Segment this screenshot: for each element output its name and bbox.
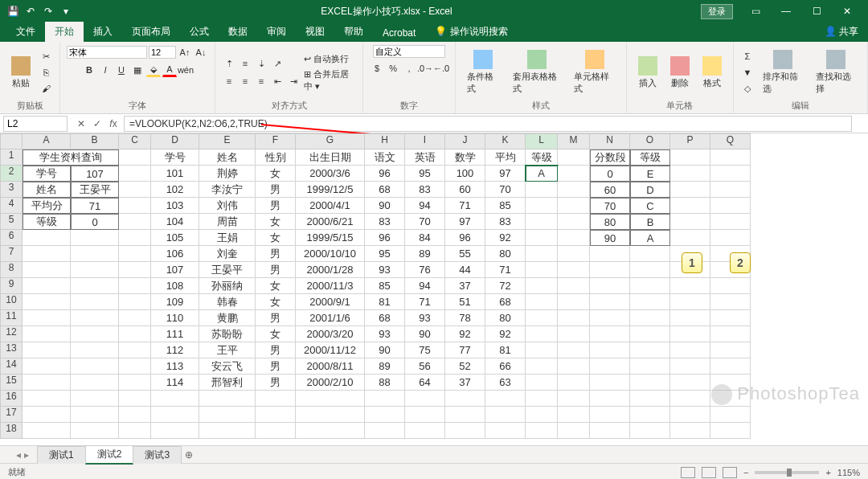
cell-N10[interactable]: [590, 294, 630, 310]
cell-D9[interactable]: 108: [151, 278, 199, 294]
cell-J2[interactable]: 100: [445, 166, 485, 182]
cell-P4[interactable]: [670, 198, 710, 214]
cell-H9[interactable]: 85: [365, 278, 405, 294]
fill-color-button[interactable]: ⬙: [146, 63, 161, 77]
cell-B9[interactable]: [71, 278, 119, 294]
cell-M5[interactable]: [558, 214, 590, 230]
cell-O13[interactable]: [630, 342, 670, 358]
cell-M18[interactable]: [558, 423, 590, 439]
decrease-font-icon[interactable]: A↓: [194, 45, 208, 59]
cell-L16[interactable]: [526, 391, 558, 407]
cell-C4[interactable]: [119, 198, 151, 214]
cell-K8[interactable]: 71: [485, 262, 526, 278]
cell-E12[interactable]: 苏盼盼: [199, 326, 256, 342]
cell-I17[interactable]: [405, 407, 445, 423]
font-name-input[interactable]: [67, 46, 147, 59]
cell-J9[interactable]: 37: [445, 278, 485, 294]
cell-G16[interactable]: [296, 391, 365, 407]
cell-B4[interactable]: 71: [71, 198, 119, 214]
phonetic-button[interactable]: wén: [178, 63, 193, 77]
cell-A6[interactable]: [23, 230, 71, 246]
cell-N13[interactable]: [590, 342, 630, 358]
cell-I13[interactable]: 75: [405, 342, 445, 358]
minimize-icon[interactable]: —: [772, 3, 800, 19]
cell-N18[interactable]: [590, 423, 630, 439]
cell-P13[interactable]: [670, 342, 710, 358]
cell-A7[interactable]: [23, 246, 71, 262]
cell-B18[interactable]: [71, 423, 119, 439]
cell-G17[interactable]: [296, 407, 365, 423]
cell-B11[interactable]: [71, 310, 119, 326]
row-header-1[interactable]: 1: [0, 149, 23, 166]
sheet-area[interactable]: ABCDEFGHIJKLMNOPQ1学生资料查询学号姓名性别出生日期语文英语数学…: [0, 133, 868, 445]
col-header-J[interactable]: J: [445, 133, 485, 149]
cell-Q14[interactable]: [710, 358, 751, 375]
cell-P16[interactable]: [670, 391, 710, 407]
cell-O11[interactable]: [630, 310, 670, 326]
cell-M12[interactable]: [558, 326, 590, 342]
cell-J15[interactable]: 37: [445, 375, 485, 391]
cell-E16[interactable]: [199, 391, 256, 407]
merge-center-button[interactable]: ⊞ 合并后居中 ▾: [304, 68, 356, 92]
cell-D12[interactable]: 111: [151, 326, 199, 342]
cell-C15[interactable]: [119, 375, 151, 391]
cell-F3[interactable]: 男: [256, 182, 296, 198]
cell-L3[interactable]: [526, 182, 558, 198]
cell-P11[interactable]: [670, 310, 710, 326]
cell-C3[interactable]: [119, 182, 151, 198]
cell-B16[interactable]: [71, 391, 119, 407]
cell-P15[interactable]: [670, 375, 710, 391]
cell-O14[interactable]: [630, 358, 670, 375]
login-button[interactable]: 登录: [701, 4, 733, 19]
cell-M8[interactable]: [558, 262, 590, 278]
cell-C9[interactable]: [119, 278, 151, 294]
cell-F7[interactable]: 男: [256, 246, 296, 262]
cell-H12[interactable]: 93: [365, 326, 405, 342]
orientation-icon[interactable]: ↗: [270, 56, 285, 71]
cell-L13[interactable]: [526, 342, 558, 358]
cell-C6[interactable]: [119, 230, 151, 246]
cell-C16[interactable]: [119, 391, 151, 407]
cell-I18[interactable]: [405, 423, 445, 439]
cell-B3[interactable]: 王晏平: [71, 182, 119, 198]
cell-G7[interactable]: 2000/10/10: [296, 246, 365, 262]
cell-K1[interactable]: 平均: [485, 149, 526, 166]
cell-L6[interactable]: [526, 230, 558, 246]
zoom-slider[interactable]: [755, 471, 819, 474]
row-header-15[interactable]: 15: [0, 375, 23, 391]
enter-formula-icon[interactable]: ✓: [90, 117, 104, 131]
format-cells-button[interactable]: 格式: [698, 55, 727, 91]
cell-K12[interactable]: 92: [485, 326, 526, 342]
cell-C18[interactable]: [119, 423, 151, 439]
cell-E18[interactable]: [199, 423, 256, 439]
cell-A9[interactable]: [23, 278, 71, 294]
cell-D11[interactable]: 110: [151, 310, 199, 326]
cell-H16[interactable]: [365, 391, 405, 407]
cell-G14[interactable]: 2000/8/11: [296, 358, 365, 375]
cell-K7[interactable]: 80: [485, 246, 526, 262]
align-middle-icon[interactable]: ≡: [238, 56, 252, 71]
cell-P17[interactable]: [670, 407, 710, 423]
cell-M7[interactable]: [558, 246, 590, 262]
cell-K11[interactable]: 80: [485, 310, 526, 326]
page-layout-icon[interactable]: [702, 467, 716, 478]
cell-D1[interactable]: 学号: [151, 149, 199, 166]
cell-B14[interactable]: [71, 358, 119, 375]
table-format-button[interactable]: 套用表格格式: [508, 48, 567, 96]
cell-I5[interactable]: 70: [405, 214, 445, 230]
cell-K13[interactable]: 81: [485, 342, 526, 358]
align-right-icon[interactable]: ≡: [254, 74, 268, 88]
cell-N1[interactable]: 分数段: [590, 149, 630, 166]
cell-N5[interactable]: 80: [590, 214, 630, 230]
cell-A5[interactable]: 等级: [23, 214, 71, 230]
redo-icon[interactable]: ↷: [42, 5, 55, 18]
cell-M1[interactable]: [558, 149, 590, 166]
undo-icon[interactable]: ↶: [24, 5, 37, 18]
cell-K3[interactable]: 70: [485, 182, 526, 198]
col-header-C[interactable]: C: [119, 133, 151, 149]
page-break-icon[interactable]: [723, 467, 737, 478]
cell-F14[interactable]: 男: [256, 358, 296, 375]
cell-B2[interactable]: 107: [71, 166, 119, 182]
cell-H11[interactable]: 68: [365, 310, 405, 326]
cell-P9[interactable]: [670, 278, 710, 294]
